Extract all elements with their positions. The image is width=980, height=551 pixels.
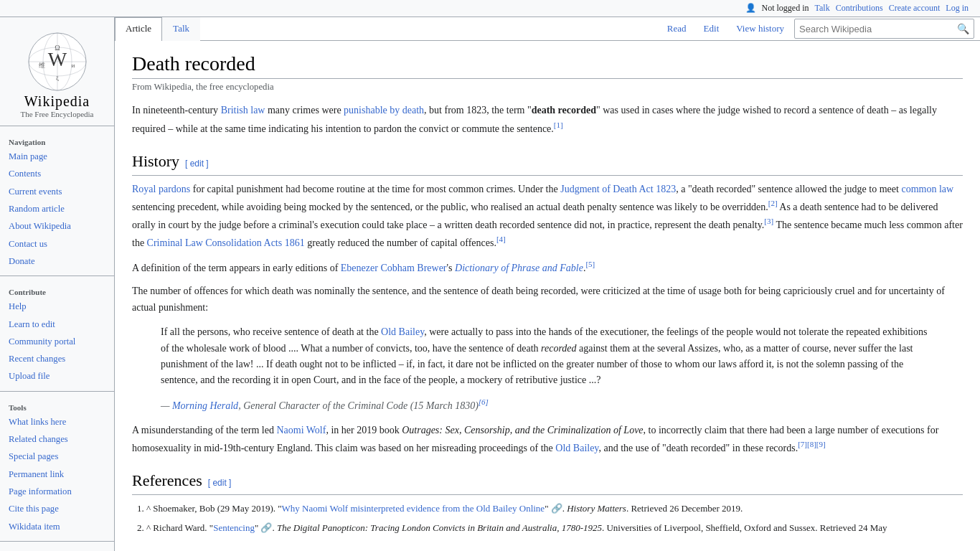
top-bar: 👤 Not logged in Talk Contributions Creat…	[0, 0, 980, 17]
ref-text-2: Richard Ward. "Sentencing" 🔗. The Digita…	[153, 522, 887, 533]
ref-5-link[interactable]: [5]	[585, 260, 595, 268]
tab-read[interactable]: Read	[660, 19, 694, 39]
tagline: The Free Encyclopedia	[6, 110, 108, 118]
punishable-by-death-link[interactable]: punishable by death	[344, 105, 424, 116]
sidebar-item-what-links-here[interactable]: What links here	[0, 413, 114, 430]
sidebar-item-permanent-link[interactable]: Permanent link	[0, 466, 114, 483]
sidebar: W Ω 维 и ξ Wikipedia The Free Encyclopedi…	[0, 17, 115, 551]
navigation-title: Navigation	[0, 135, 114, 148]
ref-2-link[interactable]: [2]	[768, 199, 778, 207]
contribute-title: Contribute	[0, 285, 114, 298]
ref-caret-2: ^	[146, 522, 153, 533]
sidebar-item-learn-to-edit[interactable]: Learn to edit	[0, 316, 114, 333]
search-input[interactable]	[795, 22, 953, 36]
sidebar-item-special-pages[interactable]: Special pages	[0, 448, 114, 465]
tab-edit[interactable]: Edit	[697, 19, 727, 39]
history-edit-link[interactable]: [ edit ]	[185, 157, 209, 171]
royal-pardons-link[interactable]: Royal pardons	[132, 184, 190, 194]
search-bar: 🔍	[794, 19, 974, 39]
print-section: Print/export Download as PDF Printable v…	[0, 547, 114, 551]
ref-1-link[interactable]: [1]	[554, 121, 563, 129]
sidebar-item-current-events[interactable]: Current events	[0, 183, 114, 200]
wikipedia-logo: W Ω 维 и ξ	[26, 30, 89, 93]
ref-1-article-link[interactable]: Why Naomi Wolf misinterpreted evidence f…	[282, 503, 545, 514]
sidebar-item-cite-this-page[interactable]: Cite this page	[0, 500, 114, 517]
naomi-wolf-para: A misunderstanding of the term led Naomi…	[132, 423, 963, 456]
tools-title: Tools	[0, 400, 114, 413]
contributions-link[interactable]: Contributions	[836, 3, 883, 14]
british-law-link[interactable]: British law	[221, 105, 265, 116]
talk-link[interactable]: Talk	[815, 3, 830, 14]
ref-caret-1: ^	[146, 503, 153, 514]
ref-text-1: Shoemaker, Bob (29 May 2019). "Why Naomi…	[153, 503, 743, 514]
article-title: Death recorded	[132, 52, 963, 79]
history-para-1: Royal pardons for capital punishment had…	[132, 182, 963, 252]
create-account-link[interactable]: Create account	[889, 3, 941, 14]
judgment-of-death-link[interactable]: Judgment of Death Act 1823	[560, 184, 676, 194]
tab-bar: Article Talk Read Edit View history 🔍	[115, 17, 980, 41]
tools-section: Tools What links here Related changes Sp…	[0, 397, 114, 538]
ref-3-link[interactable]: [3]	[764, 217, 773, 225]
tab-article[interactable]: Article	[115, 17, 162, 41]
ref-7-link[interactable]: [7]	[798, 440, 807, 448]
old-bailey-link-1[interactable]: Old Bailey	[381, 326, 424, 337]
user-icon: 👤	[745, 3, 756, 14]
sidebar-item-recent-changes[interactable]: Recent changes	[0, 350, 114, 367]
sidebar-item-related-changes[interactable]: Related changes	[0, 430, 114, 448]
sidebar-item-upload-file[interactable]: Upload file	[0, 367, 114, 385]
from-wiki: From Wikipedia, the free encyclopedia	[132, 82, 963, 93]
common-law-link[interactable]: common law	[901, 184, 953, 194]
sidebar-item-wikidata-item[interactable]: Wikidata item	[0, 518, 114, 535]
sidebar-item-page-information[interactable]: Page information	[0, 483, 114, 500]
search-button[interactable]: 🔍	[953, 22, 974, 36]
article: Death recorded From Wikipedia, the free …	[115, 41, 980, 550]
tab-view-history[interactable]: View history	[729, 19, 791, 39]
tabs-left: Article Talk	[115, 17, 200, 40]
history-heading: History	[132, 149, 179, 174]
references-edit-link[interactable]: [ edit ]	[208, 476, 232, 490]
sidebar-item-contact-us[interactable]: Contact us	[0, 235, 114, 253]
tab-talk[interactable]: Talk	[162, 17, 200, 41]
logo-area: W Ω 维 и ξ Wikipedia The Free Encyclopedi…	[0, 23, 114, 123]
reference-item-1: ^ Shoemaker, Bob (29 May 2019). "Why Nao…	[146, 501, 963, 517]
naomi-wolf-link[interactable]: Naomi Wolf	[276, 425, 326, 435]
ref-9-link[interactable]: [9]	[816, 440, 826, 448]
sidebar-item-help[interactable]: Help	[0, 298, 114, 315]
ref-2-article-link[interactable]: Sentencing	[213, 522, 255, 533]
sidebar-item-donate[interactable]: Donate	[0, 253, 114, 270]
contribute-section: Contribute Help Learn to edit Community …	[0, 282, 114, 388]
sidebar-item-main-page[interactable]: Main page	[0, 148, 114, 165]
morning-herald-link[interactable]: Morning Herald	[172, 400, 238, 410]
ref-6-link[interactable]: [6]	[479, 397, 489, 406]
sidebar-item-contents[interactable]: Contents	[0, 165, 114, 182]
history-para-2: A definition of the term appears in earl…	[132, 258, 963, 276]
svg-text:维: 维	[38, 62, 44, 69]
dictionary-link[interactable]: Dictionary of Phrase and Fable	[455, 263, 583, 273]
history-para-3: The number of offences for which death w…	[132, 283, 963, 316]
reference-item-2: ^ Richard Ward. "Sentencing" 🔗. The Digi…	[146, 520, 963, 536]
criminal-law-link[interactable]: Criminal Law Consolidation Acts 1861	[147, 237, 305, 248]
navigation-section: Navigation Main page Contents Current ev…	[0, 132, 114, 273]
blockquote-text: If all the persons, who receive sentence…	[161, 324, 934, 389]
old-bailey-link-2[interactable]: Old Bailey	[555, 443, 598, 453]
references-heading: References	[132, 468, 202, 493]
history-section-heading: History [ edit ]	[132, 149, 963, 176]
references-section-heading: References [ edit ]	[132, 468, 963, 495]
tabs-right: Read Edit View history 🔍	[660, 17, 980, 40]
ref-4-link[interactable]: [4]	[496, 235, 506, 243]
log-in-link[interactable]: Log in	[946, 3, 969, 14]
ref-8-link[interactable]: [8]	[807, 440, 816, 448]
site-name: Wikipedia	[6, 93, 108, 110]
ebenezer-link[interactable]: Ebenezer Cobham Brewer	[341, 263, 447, 273]
sidebar-item-random-article[interactable]: Random article	[0, 200, 114, 217]
references-list: ^ Shoemaker, Bob (29 May 2019). "Why Nao…	[132, 501, 963, 535]
article-body: In nineteenth-century British law many c…	[132, 103, 963, 535]
sidebar-item-about-wikipedia[interactable]: About Wikipedia	[0, 217, 114, 235]
not-logged-in-label: Not logged in	[762, 3, 809, 14]
blockquote: If all the persons, who receive sentence…	[161, 324, 934, 414]
blockquote-attribution: — Morning Herald, General Character of t…	[161, 396, 934, 414]
article-intro: In nineteenth-century British law many c…	[132, 103, 963, 136]
sidebar-item-community-portal[interactable]: Community portal	[0, 333, 114, 350]
content-area: Article Talk Read Edit View history 🔍 De…	[115, 17, 980, 551]
